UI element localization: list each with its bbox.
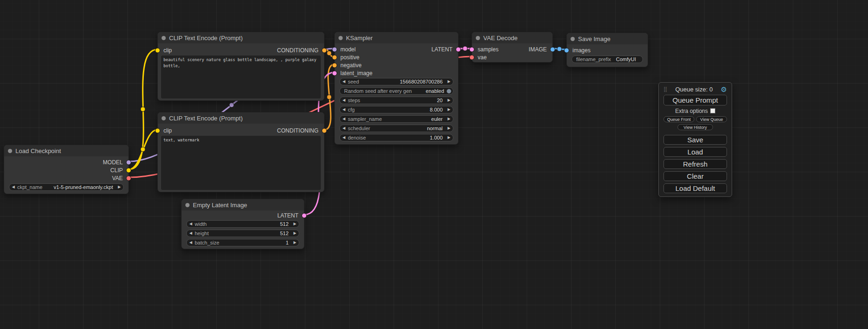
input-slot-model[interactable]	[332, 47, 337, 52]
queue-front-button[interactable]: Queue Front	[663, 116, 694, 122]
increment-icon[interactable]: ▶	[445, 134, 453, 141]
slot-row: samples IMAGE	[472, 45, 552, 53]
widget-cfg[interactable]: ◀ cfg 8.000 ▶	[339, 106, 453, 113]
slot-row: vae	[472, 53, 552, 61]
node-titlebar[interactable]: VAE Decode	[472, 32, 552, 43]
widget-seed[interactable]: ◀ seed 156680208700286 ▶	[339, 78, 453, 85]
collapse-dot-icon[interactable]	[162, 36, 166, 40]
collapse-dot-icon[interactable]	[162, 116, 166, 120]
decrement-icon[interactable]: ◀	[9, 184, 17, 190]
increment-icon[interactable]: ▶	[445, 97, 453, 104]
input-slot-negative[interactable]	[332, 63, 337, 68]
increment-icon[interactable]: ▶	[445, 78, 453, 85]
decrement-icon[interactable]: ◀	[187, 230, 195, 237]
view-history-button[interactable]: View History	[677, 124, 713, 130]
clear-button[interactable]: Clear	[663, 171, 727, 181]
collapse-dot-icon[interactable]	[339, 36, 343, 40]
load-button[interactable]: Load	[663, 147, 727, 157]
decrement-icon[interactable]: ◀	[340, 134, 348, 141]
decrement-icon[interactable]: ◀	[187, 221, 195, 227]
node-titlebar[interactable]: CLIP Text Encode (Prompt)	[158, 112, 324, 124]
prompt-textarea[interactable]: text, watermark	[161, 136, 321, 190]
decrement-icon[interactable]: ◀	[340, 106, 348, 113]
output-slot-vae[interactable]	[126, 175, 131, 181]
node-titlebar[interactable]: Empty Latent Image	[182, 199, 304, 210]
node-titlebar[interactable]: KSampler	[335, 32, 458, 43]
slot-row: latent_image	[335, 69, 458, 77]
node-title: CLIP Text Encode (Prompt)	[169, 35, 243, 42]
input-slot-samples[interactable]	[469, 47, 474, 52]
settings-gear-icon[interactable]: ⚙	[721, 86, 727, 93]
output-slot-clip[interactable]	[126, 168, 131, 173]
decrement-icon[interactable]: ◀	[340, 97, 348, 104]
widget-scheduler[interactable]: ◀ scheduler normal ▶	[339, 125, 453, 132]
node-graph-canvas[interactable]: Load Checkpoint MODEL CLIP VAE ◀ ckpt_na…	[0, 0, 868, 329]
node-ksampler[interactable]: KSampler model LATENT positive negative …	[334, 32, 459, 145]
widget-steps[interactable]: ◀ steps 20 ▶	[339, 97, 453, 104]
increment-icon[interactable]: ▶	[115, 184, 123, 190]
refresh-button[interactable]: Refresh	[663, 159, 727, 169]
queue-prompt-button[interactable]: Queue Prompt	[663, 95, 727, 105]
widget-batch-size[interactable]: ◀ batch_size 1 ▶	[186, 239, 299, 246]
drag-handle-icon[interactable]: ⣿	[663, 86, 667, 92]
collapse-dot-icon[interactable]	[476, 36, 480, 40]
node-empty-latent-image[interactable]: Empty Latent Image LATENT ◀ width 512 ▶ …	[181, 199, 304, 249]
node-titlebar[interactable]: Load Checkpoint	[4, 145, 128, 156]
increment-icon[interactable]: ▶	[291, 230, 299, 237]
toggle-dot-icon[interactable]	[446, 89, 452, 94]
increment-icon[interactable]: ▶	[291, 221, 299, 227]
input-slot-clip[interactable]	[155, 48, 160, 53]
decrement-icon[interactable]: ◀	[340, 125, 348, 132]
output-slot-latent[interactable]	[302, 213, 307, 218]
node-clip-text-encode-positive[interactable]: CLIP Text Encode (Prompt) clip CONDITION…	[157, 32, 325, 101]
node-titlebar[interactable]: Save Image	[567, 33, 648, 44]
output-slot-image[interactable]	[550, 47, 555, 52]
widget-random-seed-toggle[interactable]: Random seed after every gen enabled	[339, 87, 453, 95]
node-clip-text-encode-negative[interactable]: CLIP Text Encode (Prompt) clip CONDITION…	[157, 112, 325, 192]
node-titlebar[interactable]: CLIP Text Encode (Prompt)	[158, 32, 324, 43]
output-slot-model[interactable]	[126, 160, 131, 165]
extra-options-label: Extra options	[675, 108, 708, 114]
input-label-vae: vae	[478, 54, 487, 61]
widget-filename-prefix[interactable]: filename_prefix ComfyUI	[572, 56, 643, 63]
widget-label: denoise	[348, 135, 430, 140]
node-load-checkpoint[interactable]: Load Checkpoint MODEL CLIP VAE ◀ ckpt_na…	[4, 145, 129, 194]
save-button[interactable]: Save	[663, 135, 727, 145]
increment-icon[interactable]: ▶	[445, 116, 453, 122]
input-slot-vae[interactable]	[469, 55, 474, 60]
collapse-dot-icon[interactable]	[571, 37, 575, 41]
decrement-icon[interactable]: ◀	[340, 78, 348, 85]
view-queue-button[interactable]: View Queue	[696, 116, 727, 122]
widget-width[interactable]: ◀ width 512 ▶	[186, 220, 299, 228]
output-label-conditioning: CONDITIONING	[277, 127, 318, 134]
extra-options-checkbox[interactable]	[710, 108, 715, 113]
increment-icon[interactable]: ▶	[445, 106, 453, 113]
load-default-button[interactable]: Load Default	[663, 183, 727, 193]
input-slot-clip[interactable]	[155, 128, 160, 133]
node-vae-decode[interactable]: VAE Decode samples IMAGE vae	[472, 32, 553, 63]
decrement-icon[interactable]: ◀	[187, 239, 195, 246]
widget-label: ckpt_name	[17, 184, 54, 190]
increment-icon[interactable]: ▶	[445, 125, 453, 132]
collapse-dot-icon[interactable]	[8, 149, 12, 153]
widget-value: 512	[280, 221, 291, 227]
collapse-dot-icon[interactable]	[185, 203, 190, 207]
increment-icon[interactable]: ▶	[291, 239, 299, 246]
input-slot-images[interactable]	[564, 48, 569, 53]
output-slot-latent[interactable]	[456, 47, 461, 52]
output-slot-conditioning[interactable]	[322, 48, 327, 53]
widget-height[interactable]: ◀ height 512 ▶	[186, 230, 299, 237]
input-slot-positive[interactable]	[332, 55, 337, 60]
input-slot-latent-image[interactable]	[332, 70, 337, 76]
slot-row: LATENT	[182, 211, 304, 219]
widget-ckpt-name[interactable]: ◀ ckpt_name v1-5-pruned-emaonly.ckpt ▶	[9, 183, 124, 191]
widget-denoise[interactable]: ◀ denoise 1.000 ▶	[339, 134, 453, 141]
queue-menu-panel[interactable]: ⣿ Queue size: 0 ⚙ Queue Prompt Extra opt…	[658, 82, 732, 197]
output-slot-conditioning[interactable]	[322, 128, 327, 133]
decrement-icon[interactable]: ◀	[340, 116, 348, 122]
input-label-clip: clip	[163, 127, 172, 134]
node-save-image[interactable]: Save Image images filename_prefix ComfyU…	[566, 33, 648, 67]
output-label-image: IMAGE	[529, 46, 547, 53]
widget-sampler-name[interactable]: ◀ sampler_name euler ▶	[339, 115, 453, 123]
prompt-textarea[interactable]: beautiful scenery nature glass bottle la…	[161, 56, 321, 98]
